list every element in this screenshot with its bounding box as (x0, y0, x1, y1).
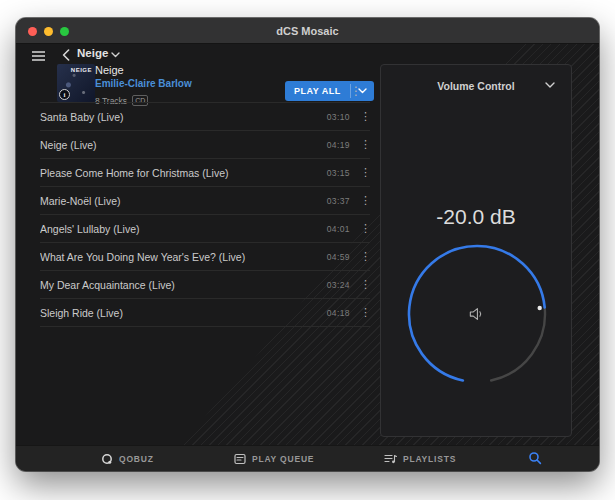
volume-collapse-chevron-icon[interactable] (545, 82, 555, 89)
volume-control-panel: Volume Control -20.0 dB (380, 64, 572, 437)
track-more-icon[interactable]: ⋮ (360, 166, 370, 179)
track-title: Santa Baby (Live) (40, 111, 327, 123)
track-more-icon[interactable]: ⋮ (360, 138, 370, 151)
track-row[interactable]: Santa Baby (Live) 03:10 ⋮ (40, 103, 370, 131)
playlists-label: PLAYLISTS (403, 454, 456, 464)
track-duration: 04:18 (327, 308, 350, 318)
track-more-icon[interactable]: ⋮ (360, 306, 370, 319)
track-more-icon[interactable]: ⋮ (360, 222, 370, 235)
play-queue-icon (234, 453, 246, 465)
hamburger-menu-icon[interactable] (32, 51, 45, 62)
track-list: Santa Baby (Live) 03:10 ⋮ Neige (Live) 0… (40, 102, 370, 327)
window-title: dCS Mosaic (276, 25, 338, 37)
play-queue-label: PLAY QUEUE (252, 454, 314, 464)
track-title: Sleigh Ride (Live) (40, 307, 327, 319)
zoom-button[interactable] (60, 27, 69, 36)
track-duration: 03:10 (327, 112, 350, 122)
search-icon[interactable] (528, 451, 544, 467)
track-row[interactable]: Please Come Home for Christmas (Live) 03… (40, 159, 370, 187)
back-chevron-icon[interactable] (62, 49, 70, 61)
track-more-icon[interactable]: ⋮ (360, 278, 370, 291)
track-duration: 04:01 (327, 224, 350, 234)
track-row[interactable]: Neige (Live) 04:19 ⋮ (40, 131, 370, 159)
qobuz-icon (101, 453, 113, 465)
track-title: Neige (Live) (40, 139, 327, 151)
track-duration: 04:59 (327, 252, 350, 262)
track-title: What Are You Doing New Year's Eve? (Live… (40, 251, 327, 263)
track-duration: 03:37 (327, 196, 350, 206)
track-row[interactable]: Angels' Lullaby (Live) 04:01 ⋮ (40, 215, 370, 243)
breadcrumb-chevron-down-icon[interactable] (111, 52, 120, 58)
album-art-text: NEIGE (71, 67, 92, 73)
album-title: Neige (95, 64, 124, 76)
qobuz-label: QOBUZ (119, 454, 154, 464)
playlists-icon (384, 453, 397, 465)
volume-level-readout: -20.0 dB (381, 205, 571, 229)
breadcrumb[interactable]: Neige (77, 47, 108, 59)
traffic-lights (28, 18, 69, 44)
speaker-icon[interactable] (467, 304, 487, 324)
minimize-button[interactable] (44, 27, 53, 36)
title-bar: dCS Mosaic (16, 18, 599, 44)
app-window: dCS Mosaic Neige NEIGE i Neige Emilie-Cl… (16, 18, 599, 471)
play-all-label: PLAY ALL (285, 81, 350, 101)
track-duration: 03:15 (327, 168, 350, 178)
main-content: Neige NEIGE i Neige Emilie-Claire Barlow… (16, 44, 599, 445)
close-button[interactable] (28, 27, 37, 36)
track-title: Angels' Lullaby (Live) (40, 223, 327, 235)
track-row[interactable]: Marie-Noël (Live) 03:37 ⋮ (40, 187, 370, 215)
track-duration: 03:24 (327, 280, 350, 290)
track-row[interactable]: What Are You Doing New Year's Eve? (Live… (40, 243, 370, 271)
track-row[interactable]: My Dear Acquaintance (Live) 03:24 ⋮ (40, 271, 370, 299)
volume-panel-title: Volume Control (381, 80, 571, 92)
track-title: Marie-Noël (Live) (40, 195, 327, 207)
track-more-icon[interactable]: ⋮ (360, 110, 370, 123)
album-art: NEIGE i (57, 64, 95, 102)
tab-playlists[interactable]: PLAYLISTS (384, 446, 456, 472)
bottom-tab-bar: QOBUZ PLAY QUEUE PLAYLISTS (16, 445, 599, 471)
track-title: Please Come Home for Christmas (Live) (40, 167, 327, 179)
track-row[interactable]: Sleigh Ride (Live) 04:18 ⋮ (40, 299, 370, 327)
track-more-icon[interactable]: ⋮ (360, 194, 370, 207)
info-icon[interactable]: i (59, 89, 70, 100)
tab-qobuz[interactable]: QOBUZ (101, 446, 154, 472)
track-title: My Dear Acquaintance (Live) (40, 279, 327, 291)
track-more-icon[interactable]: ⋮ (360, 250, 370, 263)
tab-play-queue[interactable]: PLAY QUEUE (234, 446, 314, 472)
track-duration: 04:19 (327, 140, 350, 150)
album-more-options-icon[interactable]: ⋮ (350, 82, 362, 100)
artist-link[interactable]: Emilie-Claire Barlow (95, 78, 192, 89)
